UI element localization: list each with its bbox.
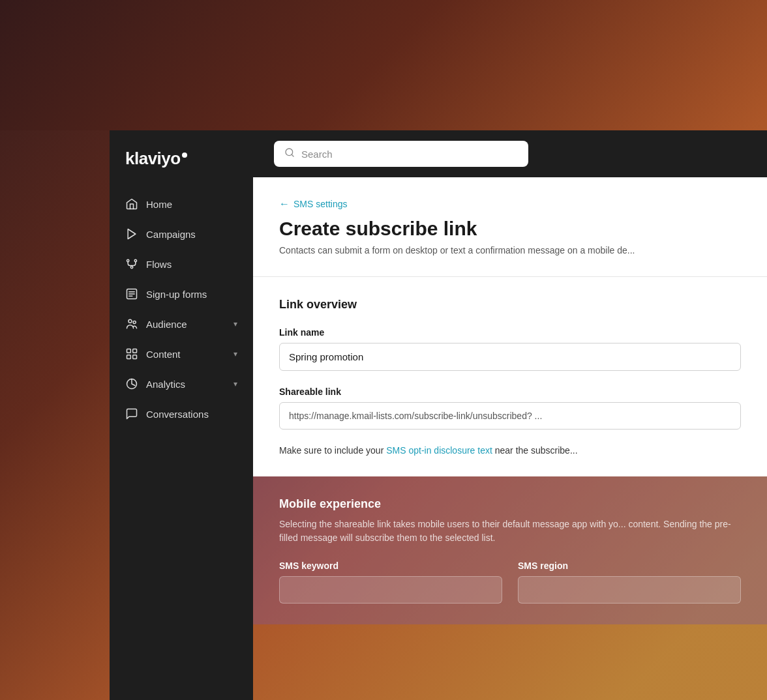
flows-icon — [125, 257, 138, 270]
link-overview-card: Link overview Link name Shareable link M… — [253, 277, 767, 476]
search-placeholder-text: Search — [301, 149, 333, 160]
svg-point-2 — [130, 266, 132, 268]
sidebar-item-campaigns-label: Campaigns — [146, 229, 196, 240]
page-header-card: ← SMS settings Create subscribe link Con… — [253, 177, 767, 277]
sms-keyword-input[interactable] — [279, 576, 502, 604]
home-icon — [125, 197, 138, 211]
sidebar-nav: Home Campaigns Flows Sign-up forms — [110, 190, 253, 700]
sms-region-input[interactable] — [518, 576, 741, 604]
sidebar-item-analytics[interactable]: Analytics ▾ — [115, 370, 248, 398]
content-icon — [125, 347, 138, 360]
mobile-fields-row: SMS keyword SMS region — [279, 561, 741, 604]
shareable-link-input[interactable] — [279, 402, 741, 430]
sidebar-item-analytics-label: Analytics — [146, 379, 185, 390]
sms-keyword-label: SMS keyword — [279, 561, 502, 571]
sms-region-field: SMS region — [518, 561, 741, 604]
main-content: ← SMS settings Create subscribe link Con… — [253, 177, 767, 700]
svg-point-7 — [128, 319, 132, 323]
sms-keyword-field: SMS keyword — [279, 561, 502, 604]
forms-icon — [125, 287, 138, 300]
svg-rect-11 — [127, 355, 131, 359]
sms-region-label: SMS region — [518, 561, 741, 571]
shareable-link-group: Shareable link — [279, 386, 741, 430]
sidebar-item-campaigns[interactable]: Campaigns — [115, 220, 248, 248]
sidebar-item-audience[interactable]: Audience ▾ — [115, 310, 248, 338]
sidebar-item-content-label: Content — [146, 349, 181, 360]
mobile-experience-card: Mobile experience Selecting the shareabl… — [253, 476, 767, 624]
sms-disclosure-link[interactable]: SMS opt-in disclosure text — [386, 445, 492, 456]
audience-icon — [125, 317, 138, 330]
link-name-group: Link name — [279, 327, 741, 371]
svg-rect-12 — [133, 355, 137, 359]
app-window: klaviyo Home Campaigns Flows — [110, 130, 767, 700]
sidebar-item-audience-label: Audience — [146, 319, 187, 330]
link-overview-title: Link overview — [279, 298, 741, 312]
svg-rect-9 — [127, 349, 131, 353]
sidebar: klaviyo Home Campaigns Flows — [110, 130, 253, 700]
back-link-label: SMS settings — [293, 199, 347, 209]
svg-line-15 — [292, 154, 293, 156]
sidebar-item-flows-label: Flows — [146, 259, 172, 270]
sidebar-item-content[interactable]: Content ▾ — [115, 340, 248, 368]
sms-settings-back-link[interactable]: ← SMS settings — [279, 198, 741, 210]
audience-chevron: ▾ — [233, 319, 237, 328]
sidebar-item-signup-forms[interactable]: Sign-up forms — [115, 280, 248, 308]
sidebar-item-home[interactable]: Home — [115, 190, 248, 218]
analytics-icon — [125, 377, 138, 390]
back-arrow-icon: ← — [279, 198, 290, 210]
svg-rect-10 — [133, 349, 137, 353]
conversations-icon — [125, 407, 138, 420]
mobile-experience-title: Mobile experience — [279, 497, 741, 511]
campaigns-icon — [125, 227, 138, 241]
mobile-experience-description: Selecting the shareable link takes mobil… — [279, 518, 741, 545]
search-icon — [284, 147, 295, 160]
page-title: Create subscribe link — [279, 218, 741, 240]
sidebar-item-conversations-label: Conversations — [146, 409, 209, 420]
disclosure-prefix: Make sure to include your — [279, 445, 386, 456]
sidebar-item-signup-forms-label: Sign-up forms — [146, 289, 207, 300]
analytics-chevron: ▾ — [233, 379, 237, 388]
content-chevron: ▾ — [233, 349, 237, 358]
app-logo: klaviyo — [125, 149, 187, 168]
sidebar-item-home-label: Home — [146, 199, 172, 210]
sidebar-item-flows[interactable]: Flows — [115, 250, 248, 278]
header-area: Search — [253, 130, 767, 177]
svg-point-8 — [133, 321, 136, 323]
shareable-link-label: Shareable link — [279, 386, 741, 397]
link-name-input[interactable] — [279, 343, 741, 371]
link-name-label: Link name — [279, 327, 741, 338]
page-subtitle: Contacts can submit a form on desktop or… — [279, 245, 741, 255]
sidebar-logo: klaviyo — [110, 130, 253, 190]
disclosure-text: Make sure to include your SMS opt-in dis… — [279, 445, 741, 456]
sidebar-item-conversations[interactable]: Conversations — [115, 400, 248, 428]
search-bar[interactable]: Search — [274, 141, 528, 167]
disclosure-suffix: near the subscribe... — [492, 445, 578, 456]
